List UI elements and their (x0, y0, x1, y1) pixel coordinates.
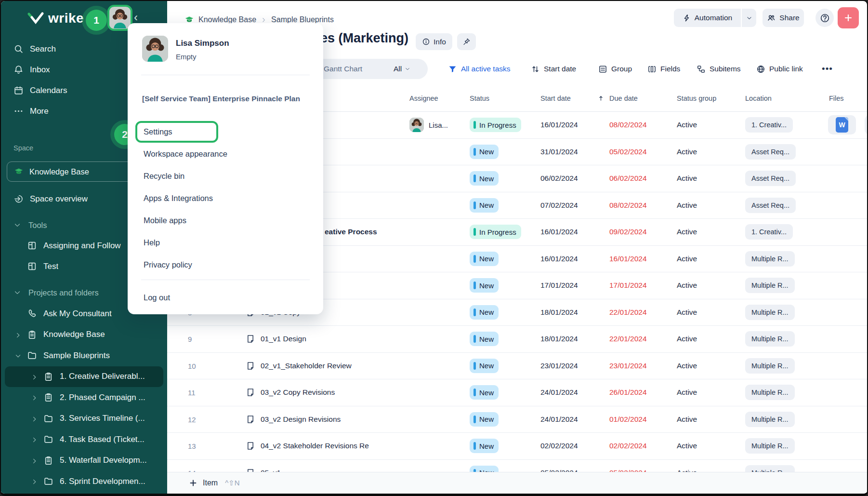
sidebar-collapse-icon[interactable]: ‹ (134, 11, 138, 24)
due-date[interactable]: 09/02/2024 (609, 228, 647, 236)
location-chip[interactable]: Multiple R... (745, 278, 795, 293)
status-badge[interactable]: New (470, 385, 499, 400)
status-badge[interactable]: New (470, 466, 499, 472)
chevron-slot[interactable] (31, 415, 43, 423)
column-header-assignee[interactable]: Assignee (409, 94, 438, 102)
status-cell[interactable]: New (470, 412, 499, 427)
menu-item-log-out[interactable]: Log out (128, 286, 323, 308)
table-row[interactable]: 1103_v2 Copy RevisionsNew24/01/202426/01… (167, 379, 867, 406)
due-date[interactable]: 22/01/2024 (609, 335, 647, 343)
due-date[interactable]: 23/01/2024 (609, 362, 647, 370)
location-cell[interactable]: 1. Creativ... (745, 224, 793, 240)
chevron-right-icon[interactable] (14, 332, 22, 339)
share-button[interactable]: Share (763, 9, 804, 27)
status-cell[interactable]: New (470, 198, 499, 213)
wrike-logo[interactable]: wrike (27, 11, 84, 26)
public-link-button[interactable]: Public link (756, 59, 803, 79)
location-cell[interactable]: Multiple R... (745, 251, 795, 267)
column-header-files[interactable]: Files (829, 94, 844, 102)
info-button[interactable]: Info (416, 33, 452, 50)
chevron-slot[interactable] (31, 477, 43, 485)
sidebar-item-sample-blueprints[interactable]: Sample Blueprints (1, 345, 167, 366)
group-button[interactable]: Group (598, 59, 632, 79)
location-cell[interactable]: Multiple R... (745, 438, 795, 454)
view-filter-dropdown[interactable]: All (394, 59, 410, 79)
chevron-slot[interactable] (31, 435, 43, 443)
sidebar-item-6-sprint-developmen[interactable]: 6. Sprint Developmen... (1, 471, 167, 492)
sort-ascending-icon[interactable] (597, 94, 605, 102)
location-cell[interactable]: Multiple R... (745, 331, 795, 347)
start-date[interactable]: 16/01/2024 (540, 121, 578, 129)
sort-button[interactable]: Start date (531, 59, 576, 79)
due-date[interactable]: 06/02/2024 (609, 174, 647, 183)
menu-item-help[interactable]: Help (128, 231, 323, 254)
sidebar-item-5-waterfall-developm[interactable]: 5. Waterfall Developm... (1, 450, 167, 471)
chevron-right-icon[interactable] (31, 478, 38, 485)
status-badge[interactable]: New (470, 278, 499, 293)
location-cell[interactable]: Multiple R... (745, 385, 795, 400)
location-chip[interactable]: 1. Creativ... (745, 117, 793, 133)
sidebar-item-3-services-timeline[interactable]: 3. Services Timeline (... (1, 408, 167, 429)
add-button[interactable] (838, 7, 859, 28)
start-date[interactable]: 18/01/2024 (540, 335, 578, 343)
location-chip[interactable]: Multiple R... (745, 358, 795, 374)
chevron-right-icon[interactable] (31, 374, 38, 381)
location-chip[interactable]: Asset Req... (745, 198, 796, 213)
start-date[interactable]: 31/01/2024 (540, 147, 578, 156)
status-cell[interactable]: New (470, 305, 499, 320)
task-name[interactable]: eative Process (325, 228, 377, 236)
location-cell[interactable]: Multiple R... (745, 412, 795, 427)
status-cell[interactable]: New (470, 278, 499, 293)
start-date[interactable]: 06/02/2024 (540, 174, 578, 183)
automation-button[interactable]: Automation (674, 9, 741, 27)
due-date[interactable]: 17/01/2024 (609, 281, 647, 290)
status-cell[interactable]: New (470, 171, 499, 186)
file-chip[interactable] (865, 115, 867, 134)
status-badge[interactable]: New (470, 171, 499, 186)
location-cell[interactable]: Asset Req... (745, 171, 796, 186)
task-name[interactable]: 04_v2 Stakeholder Revisions Re (261, 442, 369, 450)
status-cell[interactable]: New (470, 385, 499, 400)
menu-item-mobile-apps[interactable]: Mobile apps (128, 209, 323, 231)
location-chip[interactable]: Multiple R... (745, 465, 795, 472)
help-button[interactable] (815, 9, 834, 27)
status-badge[interactable]: New (470, 332, 499, 346)
chevron-right-icon[interactable] (31, 416, 38, 423)
status-badge[interactable]: New (470, 252, 499, 266)
assignee-cell[interactable]: Lisa... (409, 118, 448, 132)
status-badge[interactable]: New (470, 359, 499, 373)
due-date[interactable]: 08/02/2024 (609, 121, 647, 129)
file-chip[interactable]: W (828, 115, 856, 134)
add-item-bar[interactable]: Item ^⇧N (167, 472, 867, 494)
due-date[interactable]: 16/01/2024 (609, 255, 647, 263)
status-cell[interactable]: New (470, 439, 499, 453)
due-date[interactable]: 08/02/2024 (609, 201, 647, 210)
status-badge[interactable]: New (470, 412, 499, 427)
sidebar-item-knowledge-base[interactable]: Knowledge Base (1, 324, 167, 346)
task-name[interactable]: 02_v1_Stakeholder Review (261, 362, 352, 370)
location-cell[interactable]: Multiple R... (745, 358, 795, 374)
chevron-right-icon[interactable] (31, 436, 38, 443)
task-name[interactable]: 03_v2 Design Revisions (261, 415, 341, 424)
location-chip[interactable]: 1. Creativ... (745, 224, 793, 240)
status-cell[interactable]: New (470, 332, 499, 346)
table-row[interactable]: 1203_v2 Design RevisionsNew24/01/202401/… (167, 406, 867, 433)
due-date[interactable]: 02/02/2024 (609, 442, 647, 450)
column-header-due-date[interactable]: Due date (609, 94, 638, 102)
chevron-right-icon[interactable] (31, 457, 38, 465)
active-tasks-filter[interactable]: All active tasks (448, 59, 511, 79)
status-badge[interactable]: In Progress (470, 118, 521, 132)
status-cell[interactable]: New (470, 252, 499, 266)
task-name[interactable]: 01_v1 Design (261, 335, 306, 343)
status-cell[interactable]: New (470, 359, 499, 373)
status-cell[interactable]: In Progress (470, 118, 521, 132)
location-cell[interactable]: Asset Req... (745, 144, 796, 160)
more-options-button[interactable]: ••• (822, 59, 833, 79)
start-date[interactable]: 02/02/2024 (540, 442, 578, 450)
table-row[interactable]: 901_v1 DesignNew18/01/202422/01/2024Acti… (167, 326, 867, 353)
task-name[interactable]: 03_v2 Copy Revisions (261, 388, 335, 397)
subitems-button[interactable]: Subitems (697, 59, 741, 79)
location-chip[interactable]: Asset Req... (745, 171, 796, 186)
status-badge[interactable]: New (470, 305, 499, 320)
start-date[interactable]: 16/01/2024 (540, 228, 578, 236)
